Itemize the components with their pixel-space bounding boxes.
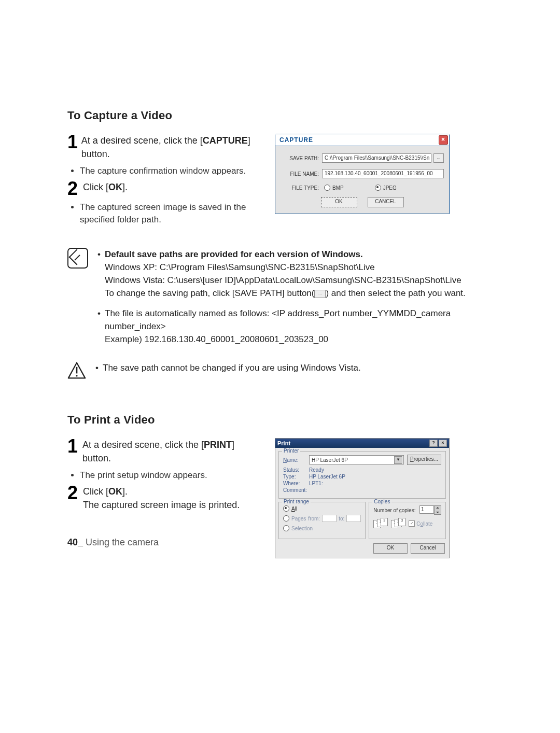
copies-label: Number of copies:	[373, 508, 415, 513]
print-range-legend: Print range	[282, 499, 311, 504]
step1-bullet: The capture confirmation window appears.	[80, 165, 259, 177]
capture-dialog-title: CAPTURE	[279, 136, 313, 144]
collate-checkbox[interactable]: ✓Collate	[409, 520, 432, 527]
print-ok-button[interactable]: OK	[373, 543, 408, 554]
printer-name-label: Name:	[283, 457, 309, 463]
save-path-label: SAVE PATH:	[281, 156, 322, 161]
print-dialog: Print ? × Printer Name: HP LaserJet 6P ▼	[275, 438, 450, 558]
close-icon[interactable]: ×	[439, 440, 447, 447]
print-cancel-button[interactable]: Cancel	[411, 543, 445, 554]
range-all[interactable]: All	[283, 505, 361, 512]
svg-point-2	[76, 375, 77, 376]
printer-select[interactable]: HP LaserJet 6P ▼	[309, 455, 404, 464]
print-step1-bullet: The print setup window appears.	[80, 469, 259, 482]
close-icon[interactable]: ×	[439, 135, 448, 145]
warning-icon	[67, 361, 86, 380]
collate-icon: 123	[391, 519, 405, 528]
range-selection[interactable]: Selection	[283, 525, 361, 531]
from-input[interactable]	[322, 515, 337, 522]
radio-bmp[interactable]: BMP	[324, 185, 344, 191]
browse-icon-inline: ...	[314, 290, 326, 298]
step2-bullet: The captured screen image is saved in th…	[80, 201, 259, 226]
step-number-1: 1	[67, 134, 81, 150]
print-step1-text: At a desired scene, click the [PRINT] bu…	[82, 438, 259, 465]
help-icon[interactable]: ?	[429, 440, 438, 447]
chevron-down-icon[interactable]: ▼	[394, 456, 402, 464]
capture-dialog: CAPTURE × SAVE PATH: C:\\Program Files\\…	[275, 134, 450, 214]
copies-legend: Copies	[372, 499, 391, 504]
note-item-2: The file is automatically named as follo…	[97, 307, 493, 346]
to-input[interactable]	[346, 515, 361, 522]
cancel-button[interactable]: CANCEL	[368, 197, 404, 207]
range-pages[interactable]: Pages from: to:	[283, 515, 361, 522]
section-title-capture: To Capture a Video	[67, 109, 493, 122]
warning-text: The save path cannot be changed if you a…	[95, 361, 361, 374]
file-name-input[interactable]: 192.168.130.40_60001_20080601_191956_00	[322, 169, 444, 178]
section-title-print: To Print a Video	[67, 413, 493, 427]
note-item-1: Default save paths are provided for each…	[97, 248, 493, 300]
collate-icon: 123	[373, 519, 388, 528]
browse-button[interactable]: ...	[433, 153, 444, 163]
step-number-2: 2	[67, 180, 83, 197]
file-name-label: FILE NAME:	[281, 171, 322, 177]
printer-legend: Printer	[282, 448, 300, 454]
save-path-input[interactable]: C:\\Program Files\\Samsung\\SNC-B2315\\S…	[322, 153, 431, 163]
step1-text: At a desired scene, click the [CAPTURE] …	[81, 134, 259, 161]
step2-text: Click [OK].	[83, 180, 128, 194]
print-dialog-title: Print	[277, 440, 290, 446]
note-icon	[67, 248, 88, 269]
properties-button[interactable]: Properties...	[407, 455, 441, 465]
ok-button[interactable]: OK	[321, 197, 357, 207]
radio-jpeg[interactable]: JPEG	[375, 185, 397, 191]
step-number-2b: 2	[67, 485, 83, 501]
step-number-1b: 1	[67, 438, 82, 455]
copies-stepper[interactable]	[434, 505, 441, 515]
print-step2-text: Click [OK]. The captured screen image is…	[83, 485, 240, 512]
copies-input[interactable]: 1	[419, 505, 434, 514]
file-type-label: FILE TYPE:	[281, 185, 322, 191]
page-footer: 40_ Using the camera	[67, 537, 159, 548]
